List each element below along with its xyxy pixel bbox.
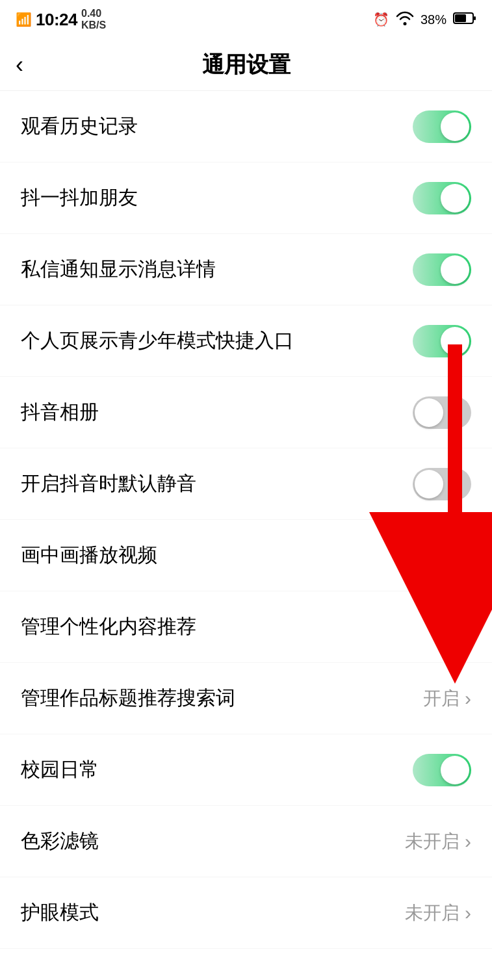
toggle-youth-mode[interactable]: [413, 325, 471, 357]
toggle-knob-history: [441, 112, 469, 141]
status-text-search-suggest: 开启: [423, 686, 460, 711]
status-text-eye-care: 未开启: [405, 901, 460, 925]
chevron-search-suggest: ›: [465, 688, 471, 710]
settings-item-campus[interactable]: 校园日常: [0, 734, 492, 806]
signal-icon: 📶: [16, 12, 32, 27]
chevron-pip: ›: [465, 545, 471, 567]
toggle-knob-campus: [441, 756, 469, 784]
settings-item-album[interactable]: 抖音相册: [0, 377, 492, 448]
settings-list: 观看历史记录抖一抖加朋友私信通知显示消息详情个人页展示青少年模式快捷入口抖音相册…: [0, 91, 492, 949]
settings-label-history: 观看历史记录: [21, 113, 413, 140]
settings-item-mute[interactable]: 开启抖音时默认静音: [0, 448, 492, 520]
back-button[interactable]: ‹: [16, 53, 23, 77]
settings-label-personalized: 管理个性化内容推荐: [21, 613, 465, 640]
status-text-color-filter: 未开启: [405, 829, 460, 854]
toggle-shake-add-friends[interactable]: [413, 182, 471, 214]
alarm-icon: ⏰: [373, 12, 389, 27]
toggle-campus[interactable]: [413, 754, 471, 786]
settings-label-eye-care: 护眼模式: [21, 899, 405, 926]
svg-rect-1: [455, 14, 466, 22]
toggle-knob-album: [415, 398, 443, 427]
status-left: 📶 10:24 0.40 KB/S: [16, 8, 106, 31]
network-speed: 0.40 KB/S: [81, 8, 106, 31]
settings-label-search-suggest: 管理作品标题推荐搜索词: [21, 685, 423, 712]
settings-label-color-filter: 色彩滤镜: [21, 828, 405, 855]
toggle-album[interactable]: [413, 396, 471, 429]
svg-rect-2: [474, 16, 476, 20]
settings-label-campus: 校园日常: [21, 756, 413, 783]
settings-item-search-suggest[interactable]: 管理作品标题推荐搜索词开启›: [0, 663, 492, 734]
status-arrow-search-suggest: 开启›: [423, 686, 471, 711]
wifi-icon: [396, 11, 414, 29]
page-title: 通用设置: [202, 50, 291, 80]
chevron-personalized: ›: [465, 616, 471, 638]
settings-label-pip: 画中画播放视频: [21, 542, 465, 569]
settings-label-mute: 开启抖音时默认静音: [21, 471, 413, 497]
settings-label-shake-add-friends: 抖一抖加朋友: [21, 185, 413, 211]
settings-item-pip[interactable]: 画中画播放视频›: [0, 520, 492, 591]
chevron-color-filter: ›: [465, 831, 471, 853]
status-bar: 📶 10:24 0.40 KB/S ⏰ 38%: [0, 0, 492, 39]
settings-label-album: 抖音相册: [21, 399, 413, 426]
settings-item-color-filter[interactable]: 色彩滤镜未开启›: [0, 806, 492, 877]
toggle-knob-dm-notification: [441, 255, 469, 284]
settings-item-history[interactable]: 观看历史记录: [0, 91, 492, 162]
battery-percent: 38%: [421, 12, 447, 27]
battery-icon: [453, 12, 476, 28]
toggle-knob-youth-mode: [441, 327, 469, 355]
header: ‹ 通用设置: [0, 39, 492, 91]
toggle-mute[interactable]: [413, 468, 471, 500]
status-time: 10:24: [36, 10, 77, 30]
settings-item-personalized[interactable]: 管理个性化内容推荐›: [0, 591, 492, 663]
settings-label-youth-mode: 个人页展示青少年模式快捷入口: [21, 328, 413, 354]
settings-item-eye-care[interactable]: 护眼模式未开启›: [0, 877, 492, 949]
toggle-knob-mute: [415, 470, 443, 498]
toggle-dm-notification[interactable]: [413, 253, 471, 286]
status-right: ⏰ 38%: [373, 11, 476, 29]
chevron-eye-care: ›: [465, 902, 471, 924]
toggle-knob-shake-add-friends: [441, 184, 469, 213]
toggle-history[interactable]: [413, 110, 471, 143]
status-arrow-color-filter: 未开启›: [405, 829, 471, 854]
status-arrow-eye-care: 未开启›: [405, 901, 471, 925]
settings-item-youth-mode[interactable]: 个人页展示青少年模式快捷入口: [0, 305, 492, 377]
settings-label-dm-notification: 私信通知显示消息详情: [21, 256, 413, 283]
settings-item-shake-add-friends[interactable]: 抖一抖加朋友: [0, 162, 492, 234]
settings-item-dm-notification[interactable]: 私信通知显示消息详情: [0, 234, 492, 305]
